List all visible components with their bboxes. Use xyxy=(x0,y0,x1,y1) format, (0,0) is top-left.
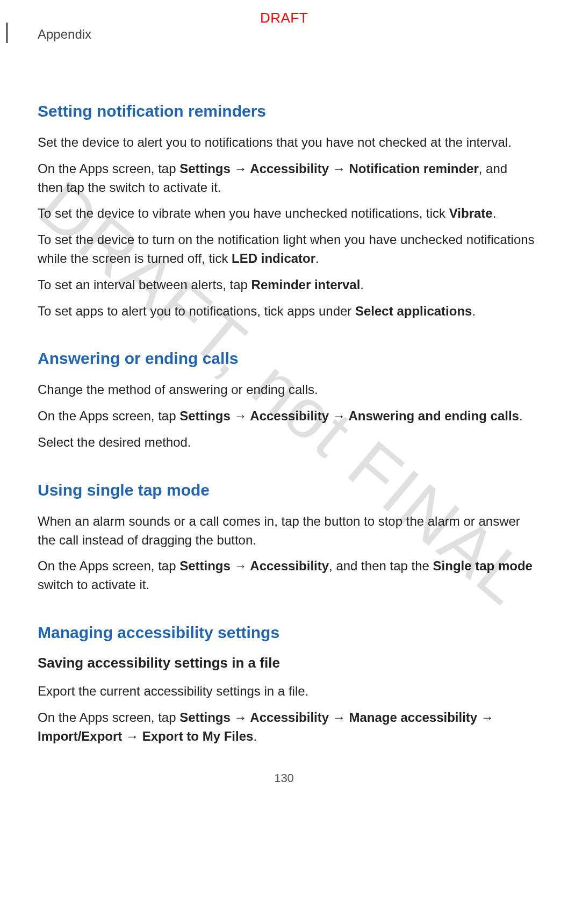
text-run: On the Apps screen, tap xyxy=(38,558,179,573)
text-run: Settings xyxy=(179,409,231,423)
text-run: On the Apps screen, tap xyxy=(38,409,179,423)
section-heading: Using single tap mode xyxy=(38,481,536,499)
paragraph: When an alarm sounds or a call comes in,… xyxy=(38,512,536,550)
paragraph: Change the method of answering or ending… xyxy=(38,381,536,399)
page-content: Setting notification remindersSet the de… xyxy=(38,48,536,746)
text-run: To set the device to vibrate when you ha… xyxy=(38,206,449,220)
document-page: Appendix DRAFT DRAFT, not FINAL Setting … xyxy=(0,0,568,801)
section-heading: Setting notification reminders xyxy=(38,102,536,120)
text-run: . xyxy=(253,729,257,743)
text-run: . xyxy=(360,277,364,292)
text-run: switch to activate it. xyxy=(38,577,149,592)
text-run: To set apps to alert you to notification… xyxy=(38,304,355,318)
text-run: Accessibility xyxy=(250,558,329,573)
text-run: On the Apps screen, tap xyxy=(38,161,179,176)
text-run: . xyxy=(519,409,523,423)
paragraph: To set the device to turn on the notific… xyxy=(38,231,536,268)
text-run: Accessibility xyxy=(250,710,329,725)
text-run: . xyxy=(493,206,497,220)
text-run: To set an interval between alerts, tap xyxy=(38,277,251,292)
text-run: Settings xyxy=(179,710,231,725)
text-run: Vibrate xyxy=(449,206,493,220)
text-run: Single tap mode xyxy=(433,558,533,573)
paragraph: Export the current accessibility setting… xyxy=(38,682,536,701)
text-run: → xyxy=(231,558,250,573)
text-run: Notification reminder xyxy=(349,161,478,176)
text-run: Answering and ending calls xyxy=(349,409,519,423)
section: Managing accessibility settingsSaving ac… xyxy=(38,624,536,746)
text-run: → xyxy=(329,710,349,725)
paragraph: To set apps to alert you to notification… xyxy=(38,302,536,321)
text-run: Select applications xyxy=(355,304,472,318)
section-label: Appendix xyxy=(38,27,91,42)
paragraph: On the Apps screen, tap Settings → Acces… xyxy=(38,160,536,197)
text-run: → xyxy=(477,710,494,725)
paragraph: Select the desired method. xyxy=(38,433,536,452)
section: Answering or ending callsChange the meth… xyxy=(38,349,536,452)
text-run: Reminder interval xyxy=(251,277,361,292)
text-run: When an alarm sounds or a call comes in,… xyxy=(38,514,520,547)
text-run: Select the desired method. xyxy=(38,435,191,449)
paragraph: On the Apps screen, tap Settings → Acces… xyxy=(38,407,536,426)
paragraph: Set the device to alert you to notificat… xyxy=(38,133,536,152)
text-run: → xyxy=(231,710,250,725)
text-run: → xyxy=(122,729,142,743)
section-heading: Answering or ending calls xyxy=(38,349,536,368)
draft-stamp: DRAFT xyxy=(260,10,308,26)
section-heading: Managing accessibility settings xyxy=(38,624,536,642)
text-run: . xyxy=(315,251,319,266)
text-run: On the Apps screen, tap xyxy=(38,710,179,725)
text-run: Change the method of answering or ending… xyxy=(38,382,318,397)
text-run: , and then tap the xyxy=(329,558,433,573)
text-run: Settings xyxy=(179,558,231,573)
text-run: . xyxy=(472,304,476,318)
page-number: 130 xyxy=(274,771,294,785)
section: Using single tap modeWhen an alarm sound… xyxy=(38,481,536,594)
text-run: Accessibility xyxy=(250,409,329,423)
text-run: Settings xyxy=(179,161,231,176)
text-run: Set the device to alert you to notificat… xyxy=(38,135,512,149)
paragraph: On the Apps screen, tap Settings → Acces… xyxy=(38,557,536,594)
text-run: Manage accessibility xyxy=(349,710,477,725)
paragraph: On the Apps screen, tap Settings → Acces… xyxy=(38,708,536,746)
text-run: → xyxy=(329,161,349,176)
text-run: → xyxy=(231,409,250,423)
paragraph: To set the device to vibrate when you ha… xyxy=(38,204,536,223)
text-run: Accessibility xyxy=(250,161,329,176)
text-run: → xyxy=(329,409,348,423)
page-header: Appendix xyxy=(38,27,536,48)
text-run: LED indicator xyxy=(232,251,315,266)
section: Setting notification remindersSet the de… xyxy=(38,102,536,320)
text-run: → xyxy=(231,161,250,176)
text-run: Export the current accessibility setting… xyxy=(38,684,308,698)
text-run: Export to My Files xyxy=(142,729,254,743)
side-accent-bar xyxy=(6,23,8,43)
section-subheading: Saving accessibility settings in a file xyxy=(38,655,536,671)
text-run: Import/Export xyxy=(38,729,122,743)
paragraph: To set an interval between alerts, tap R… xyxy=(38,276,536,295)
